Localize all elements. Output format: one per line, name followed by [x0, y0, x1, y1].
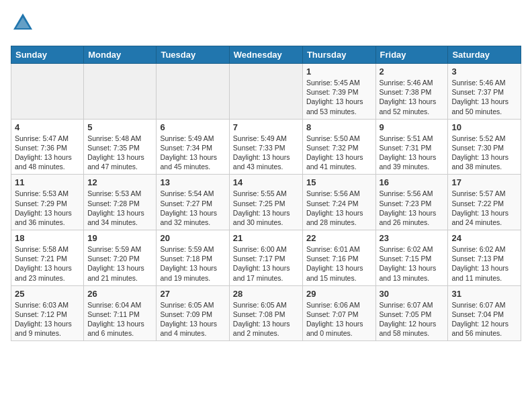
day-info: Sunrise: 5:45 AM Sunset: 7:39 PM Dayligh… — [306, 78, 372, 116]
day-number: 30 — [380, 289, 445, 299]
day-info: Sunrise: 5:58 AM Sunset: 7:21 PM Dayligh… — [15, 244, 80, 283]
day-info: Sunrise: 5:49 AM Sunset: 7:34 PM Dayligh… — [160, 134, 225, 172]
day-number: 22 — [306, 233, 372, 243]
day-number: 23 — [380, 233, 445, 243]
day-info: Sunrise: 5:46 AM Sunset: 7:38 PM Dayligh… — [380, 78, 445, 116]
weekday-header: Friday — [375, 46, 448, 64]
day-info: Sunrise: 5:59 AM Sunset: 7:18 PM Dayligh… — [160, 244, 225, 283]
day-number: 4 — [15, 122, 80, 132]
day-info: Sunrise: 6:05 AM Sunset: 7:09 PM Dayligh… — [160, 300, 225, 338]
day-info: Sunrise: 5:49 AM Sunset: 7:33 PM Dayligh… — [233, 134, 299, 172]
day-info: Sunrise: 5:51 AM Sunset: 7:31 PM Dayligh… — [380, 134, 445, 172]
calendar-cell: 6Sunrise: 5:49 AM Sunset: 7:34 PM Daylig… — [157, 119, 229, 175]
calendar-cell: 23Sunrise: 6:02 AM Sunset: 7:15 PM Dayli… — [375, 230, 448, 286]
calendar-cell: 9Sunrise: 5:51 AM Sunset: 7:31 PM Daylig… — [375, 119, 448, 175]
calendar-cell: 15Sunrise: 5:56 AM Sunset: 7:24 PM Dayli… — [302, 175, 375, 230]
day-info: Sunrise: 5:46 AM Sunset: 7:37 PM Dayligh… — [451, 78, 517, 116]
calendar-cell: 1Sunrise: 5:45 AM Sunset: 7:39 PM Daylig… — [302, 64, 375, 120]
day-info: Sunrise: 6:07 AM Sunset: 7:04 PM Dayligh… — [451, 300, 517, 338]
day-number: 28 — [233, 289, 299, 299]
day-number: 1 — [306, 66, 372, 77]
calendar-cell — [157, 64, 229, 120]
logo-icon — [11, 11, 35, 35]
calendar-week-row: 4Sunrise: 5:47 AM Sunset: 7:36 PM Daylig… — [11, 119, 521, 175]
calendar-cell: 24Sunrise: 6:02 AM Sunset: 7:13 PM Dayli… — [448, 230, 521, 286]
logo — [11, 11, 38, 38]
calendar-cell — [84, 64, 157, 120]
calendar-cell: 2Sunrise: 5:46 AM Sunset: 7:38 PM Daylig… — [375, 64, 448, 120]
calendar-cell: 28Sunrise: 6:05 AM Sunset: 7:08 PM Dayli… — [229, 285, 302, 341]
day-info: Sunrise: 6:01 AM Sunset: 7:16 PM Dayligh… — [306, 244, 372, 283]
day-number: 13 — [160, 177, 225, 187]
weekday-header: Tuesday — [157, 46, 229, 64]
day-info: Sunrise: 5:53 AM Sunset: 7:29 PM Dayligh… — [15, 189, 80, 227]
day-number: 24 — [451, 233, 517, 243]
day-info: Sunrise: 5:59 AM Sunset: 7:20 PM Dayligh… — [87, 244, 152, 283]
day-number: 12 — [87, 177, 152, 187]
calendar-cell: 14Sunrise: 5:55 AM Sunset: 7:25 PM Dayli… — [229, 175, 302, 230]
calendar-cell: 8Sunrise: 5:50 AM Sunset: 7:32 PM Daylig… — [302, 119, 375, 175]
day-info: Sunrise: 5:50 AM Sunset: 7:32 PM Dayligh… — [306, 134, 372, 172]
calendar-cell: 20Sunrise: 5:59 AM Sunset: 7:18 PM Dayli… — [157, 230, 229, 286]
weekday-header: Monday — [84, 46, 157, 64]
day-info: Sunrise: 6:02 AM Sunset: 7:15 PM Dayligh… — [380, 244, 445, 283]
day-number: 26 — [87, 289, 152, 299]
day-info: Sunrise: 5:55 AM Sunset: 7:25 PM Dayligh… — [233, 189, 299, 227]
calendar-cell: 11Sunrise: 5:53 AM Sunset: 7:29 PM Dayli… — [11, 175, 84, 230]
day-info: Sunrise: 5:56 AM Sunset: 7:23 PM Dayligh… — [380, 189, 445, 227]
calendar-cell: 12Sunrise: 5:53 AM Sunset: 7:28 PM Dayli… — [84, 175, 157, 230]
day-number: 27 — [160, 289, 225, 299]
weekday-header: Thursday — [302, 46, 375, 64]
day-number: 3 — [451, 66, 517, 77]
calendar-cell: 17Sunrise: 5:57 AM Sunset: 7:22 PM Dayli… — [448, 175, 521, 230]
day-info: Sunrise: 6:05 AM Sunset: 7:08 PM Dayligh… — [233, 300, 299, 338]
day-info: Sunrise: 6:03 AM Sunset: 7:12 PM Dayligh… — [15, 300, 80, 338]
page-header — [11, 11, 521, 38]
calendar-cell: 16Sunrise: 5:56 AM Sunset: 7:23 PM Dayli… — [375, 175, 448, 230]
calendar-cell: 18Sunrise: 5:58 AM Sunset: 7:21 PM Dayli… — [11, 230, 84, 286]
day-info: Sunrise: 6:00 AM Sunset: 7:17 PM Dayligh… — [233, 244, 299, 283]
day-number: 11 — [15, 177, 80, 187]
calendar-cell: 31Sunrise: 6:07 AM Sunset: 7:04 PM Dayli… — [448, 285, 521, 341]
day-info: Sunrise: 5:56 AM Sunset: 7:24 PM Dayligh… — [306, 189, 372, 227]
day-info: Sunrise: 5:52 AM Sunset: 7:30 PM Dayligh… — [451, 134, 517, 172]
day-number: 5 — [87, 122, 152, 132]
weekday-header: Wednesday — [229, 46, 302, 64]
day-number: 25 — [15, 289, 80, 299]
day-number: 20 — [160, 233, 225, 243]
calendar-cell: 29Sunrise: 6:06 AM Sunset: 7:07 PM Dayli… — [302, 285, 375, 341]
calendar-cell: 5Sunrise: 5:48 AM Sunset: 7:35 PM Daylig… — [84, 119, 157, 175]
calendar-cell: 25Sunrise: 6:03 AM Sunset: 7:12 PM Dayli… — [11, 285, 84, 341]
calendar-cell: 10Sunrise: 5:52 AM Sunset: 7:30 PM Dayli… — [448, 119, 521, 175]
day-number: 21 — [233, 233, 299, 243]
day-number: 16 — [380, 177, 445, 187]
day-number: 9 — [380, 122, 445, 132]
weekday-header: Saturday — [448, 46, 521, 64]
calendar-week-row: 25Sunrise: 6:03 AM Sunset: 7:12 PM Dayli… — [11, 285, 521, 341]
calendar-week-row: 1Sunrise: 5:45 AM Sunset: 7:39 PM Daylig… — [11, 64, 521, 120]
day-number: 17 — [451, 177, 517, 187]
calendar-cell: 19Sunrise: 5:59 AM Sunset: 7:20 PM Dayli… — [84, 230, 157, 286]
day-info: Sunrise: 6:02 AM Sunset: 7:13 PM Dayligh… — [451, 244, 517, 283]
day-info: Sunrise: 5:53 AM Sunset: 7:28 PM Dayligh… — [87, 189, 152, 227]
weekday-header: Sunday — [11, 46, 84, 64]
day-number: 19 — [87, 233, 152, 243]
calendar-week-row: 18Sunrise: 5:58 AM Sunset: 7:21 PM Dayli… — [11, 230, 521, 286]
calendar-cell: 7Sunrise: 5:49 AM Sunset: 7:33 PM Daylig… — [229, 119, 302, 175]
calendar-table: SundayMondayTuesdayWednesdayThursdayFrid… — [11, 46, 521, 341]
day-number: 18 — [15, 233, 80, 243]
day-number: 10 — [451, 122, 517, 132]
day-number: 2 — [380, 66, 445, 77]
day-info: Sunrise: 6:06 AM Sunset: 7:07 PM Dayligh… — [306, 300, 372, 338]
calendar-cell: 27Sunrise: 6:05 AM Sunset: 7:09 PM Dayli… — [157, 285, 229, 341]
day-number: 14 — [233, 177, 299, 187]
day-info: Sunrise: 6:04 AM Sunset: 7:11 PM Dayligh… — [87, 300, 152, 338]
day-number: 15 — [306, 177, 372, 187]
day-info: Sunrise: 5:47 AM Sunset: 7:36 PM Dayligh… — [15, 134, 80, 172]
calendar-cell: 21Sunrise: 6:00 AM Sunset: 7:17 PM Dayli… — [229, 230, 302, 286]
day-number: 29 — [306, 289, 372, 299]
calendar-cell: 26Sunrise: 6:04 AM Sunset: 7:11 PM Dayli… — [84, 285, 157, 341]
day-number: 6 — [160, 122, 225, 132]
calendar-cell — [229, 64, 302, 120]
calendar-cell: 30Sunrise: 6:07 AM Sunset: 7:05 PM Dayli… — [375, 285, 448, 341]
